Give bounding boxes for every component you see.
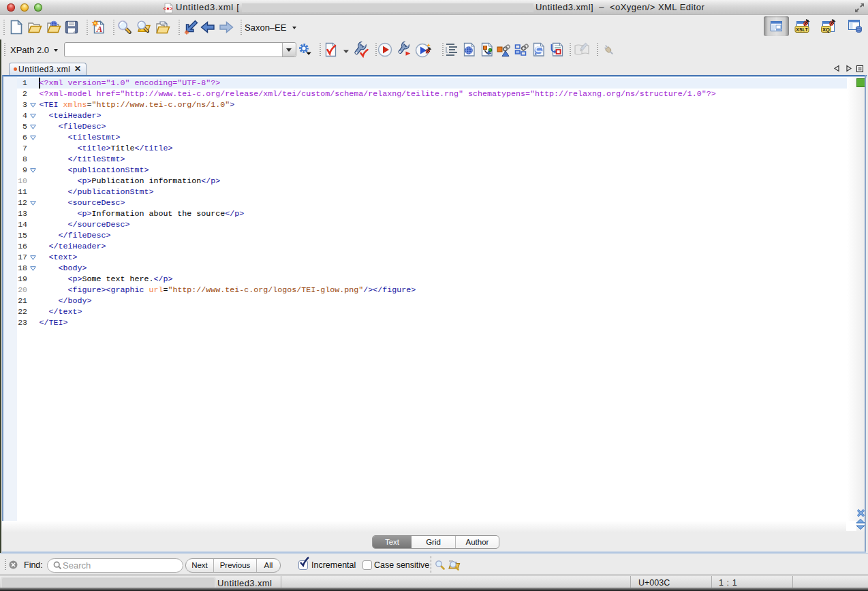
svg-text:XQ: XQ (822, 27, 830, 33)
svg-text:A: A (96, 24, 103, 34)
svg-text:XSLT: XSLT (796, 27, 808, 32)
svg-text:<●>: <●> (164, 5, 173, 12)
